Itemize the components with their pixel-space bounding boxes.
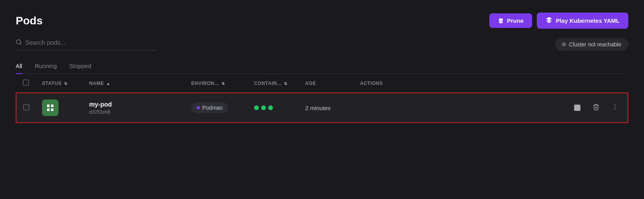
svg-line-1 [20, 43, 21, 44]
container-dot-3 [268, 105, 273, 110]
row-checkbox[interactable] [23, 104, 29, 111]
col-header-name: NAME ▲ [83, 74, 185, 93]
search-icon [16, 39, 22, 47]
search-row: Cluster not reachable [16, 38, 628, 51]
tab-running[interactable]: Running [35, 59, 57, 74]
table-header-row: STATUS ⇅ NAME ▲ ENVIRON... ⇅ CONTAIN... … [16, 74, 628, 93]
col-header-status: STATUS ⇅ [36, 74, 83, 93]
container-dot-2 [261, 105, 266, 110]
more-actions-icon [611, 103, 618, 112]
col-header-checkbox [16, 74, 36, 93]
status-sort-icon[interactable]: ⇅ [64, 81, 68, 86]
row-actions-cell [354, 93, 628, 123]
prune-icon: 🗑 [498, 17, 504, 24]
delete-icon [593, 103, 600, 112]
environ-sort-icon[interactable]: ⇅ [221, 81, 225, 86]
more-actions-button[interactable] [609, 101, 621, 114]
container-dots [254, 105, 293, 110]
name-sort-icon[interactable]: ▲ [106, 81, 111, 86]
pod-actions [360, 101, 621, 114]
prune-button[interactable]: 🗑 Prune [489, 13, 532, 28]
play-kubernetes-yaml-button[interactable]: Play Kubernetes YAML [537, 13, 628, 29]
svg-point-0 [16, 40, 21, 44]
row-contain-cell [248, 93, 299, 123]
tab-stopped[interactable]: Stopped [70, 59, 91, 74]
row-environ-cell: Podman [185, 93, 248, 123]
tab-all[interactable]: All [16, 59, 22, 74]
page-container: Pods 🗑 Prune Play Kubernetes YAML [0, 0, 644, 133]
pod-age: 2 minutes [305, 105, 331, 111]
container-dot-1 [254, 105, 259, 110]
pod-name: my-pod [89, 101, 112, 108]
cluster-status-badge: Cluster not reachable [555, 38, 628, 51]
col-header-age: AGE [299, 74, 354, 93]
pod-status-icon [42, 100, 59, 116]
header-row: Pods 🗑 Prune Play Kubernetes YAML [16, 13, 628, 29]
col-header-environ: ENVIRON... ⇅ [185, 74, 248, 93]
pod-id: d32f2eb8 [89, 109, 112, 115]
tabs-row: All Running Stopped [16, 59, 628, 74]
row-age-cell: 2 minutes [299, 93, 354, 123]
header-actions: 🗑 Prune Play Kubernetes YAML [489, 13, 628, 29]
col-header-actions: ACTIONS [354, 74, 628, 93]
table-row: my-pod d32f2eb8 Podman [16, 93, 628, 123]
col-header-contain: CONTAIN... ⇅ [248, 74, 299, 93]
svg-point-7 [615, 106, 615, 107]
pods-table: STATUS ⇅ NAME ▲ ENVIRON... ⇅ CONTAIN... … [16, 74, 628, 123]
svg-rect-2 [47, 105, 49, 107]
environment-dot [197, 106, 200, 109]
svg-point-8 [615, 109, 615, 109]
select-all-checkbox[interactable] [23, 79, 29, 86]
play-yaml-icon [545, 17, 553, 25]
delete-button[interactable] [590, 101, 602, 114]
environment-badge: Podman [191, 102, 228, 113]
pod-info: my-pod d32f2eb8 [89, 101, 179, 115]
prune-label: Prune [507, 17, 524, 24]
svg-rect-5 [51, 109, 53, 111]
row-checkbox-cell [16, 93, 36, 123]
environment-label: Podman [202, 105, 223, 111]
svg-point-6 [615, 104, 615, 105]
row-status-cell [36, 93, 83, 123]
svg-rect-3 [51, 105, 53, 107]
stop-button[interactable] [571, 101, 584, 114]
play-yaml-label: Play Kubernetes YAML [556, 17, 620, 24]
page-title: Pods [16, 15, 42, 27]
svg-rect-4 [47, 109, 49, 111]
cluster-status-dot [562, 42, 566, 46]
pod-name-text: my-pod d32f2eb8 [89, 101, 112, 115]
contain-sort-icon[interactable]: ⇅ [284, 81, 287, 86]
search-input[interactable] [25, 39, 157, 46]
search-container [16, 39, 157, 50]
cluster-status-label: Cluster not reachable [569, 41, 621, 48]
row-name-cell: my-pod d32f2eb8 [83, 93, 185, 123]
stop-icon [574, 105, 580, 111]
